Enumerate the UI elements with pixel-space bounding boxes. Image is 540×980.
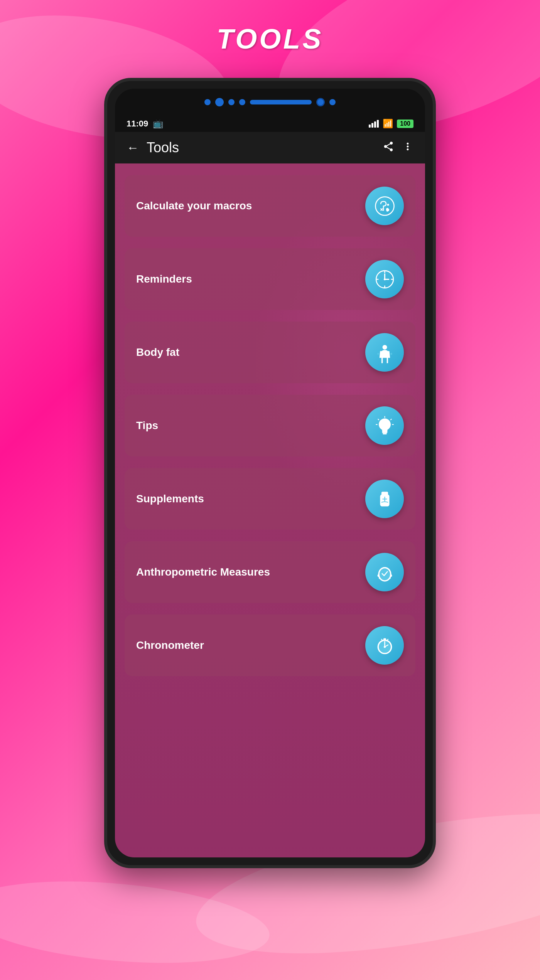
body-fat-label: Body fat <box>136 346 179 359</box>
menu-item-body-fat[interactable]: Body fat <box>125 322 415 383</box>
tips-icon-circle <box>365 406 404 445</box>
supplements-label: Supplements <box>136 493 204 505</box>
svg-point-31 <box>383 646 385 648</box>
menu-item-macros[interactable]: Calculate your macros <box>125 175 415 237</box>
signal-bar-2 <box>371 123 373 128</box>
menu-item-anthropometric[interactable]: Anthropometric Measures <box>125 541 415 603</box>
app-bar-icons <box>383 141 413 155</box>
status-right: 📶 100 <box>369 119 413 129</box>
phone-top <box>115 89 425 116</box>
reminders-icon-circle <box>365 260 404 298</box>
menu-item-reminders[interactable]: Reminders <box>125 248 415 310</box>
battery-indicator: 100 <box>397 120 413 128</box>
back-button[interactable]: ← <box>127 141 139 155</box>
time-display: 11:09 <box>127 119 148 129</box>
more-button[interactable] <box>402 141 413 155</box>
reminders-icon <box>374 269 395 290</box>
svg-point-5 <box>383 278 385 280</box>
svg-point-10 <box>382 345 387 349</box>
status-left: 11:09 📺 <box>127 119 163 129</box>
scale-icon <box>374 562 395 583</box>
macros-icon-circle <box>365 187 404 225</box>
speaker-bar <box>250 100 312 104</box>
wifi-icon: 📶 <box>383 119 393 129</box>
anthropometric-label: Anthropometric Measures <box>136 566 270 578</box>
app-bar: ← Tools <box>115 132 425 163</box>
svg-line-33 <box>387 639 388 640</box>
menu-item-chronometer[interactable]: Chronometer <box>125 615 415 676</box>
body-fat-icon-circle <box>365 333 404 372</box>
notification-icon: 📺 <box>153 119 163 129</box>
svg-rect-13 <box>382 431 387 433</box>
scale-icon-circle <box>365 553 404 591</box>
stopwatch-icon <box>374 635 395 656</box>
stopwatch-icon-circle <box>365 626 404 665</box>
macros-icon <box>374 195 395 217</box>
tips-label: Tips <box>136 419 158 432</box>
svg-rect-21 <box>381 492 388 495</box>
svg-rect-27 <box>383 638 386 640</box>
svg-rect-14 <box>383 433 386 434</box>
phone-wrapper: 11:09 📺 📶 100 ← Tools <box>104 78 436 868</box>
tips-icon <box>374 415 395 436</box>
svg-point-1 <box>387 204 389 205</box>
signal-bar-4 <box>377 120 379 128</box>
phone-content: Calculate your macros Reminders <box>115 163 425 857</box>
page-title: TOOLS <box>217 23 324 55</box>
dot-1 <box>204 99 211 105</box>
dot-5 <box>329 99 336 105</box>
chronometer-label: Chronometer <box>136 639 204 652</box>
reminders-label: Reminders <box>136 273 192 285</box>
svg-line-16 <box>390 419 391 420</box>
menu-item-supplements[interactable]: Supplements <box>125 468 415 530</box>
status-bar: 11:09 📺 📶 100 <box>115 116 425 132</box>
supplements-icon <box>374 488 395 510</box>
signal-bar-3 <box>374 121 376 128</box>
dot-4 <box>239 99 245 105</box>
body-fat-icon <box>374 342 395 363</box>
app-bar-title: Tools <box>147 140 375 156</box>
dot-2 <box>215 98 224 106</box>
camera <box>316 98 325 106</box>
supplements-icon-circle <box>365 480 404 518</box>
share-button[interactable] <box>383 141 394 155</box>
phone-frame: 11:09 📺 📶 100 ← Tools <box>104 78 436 868</box>
svg-line-18 <box>378 419 379 420</box>
signal-bar-1 <box>369 125 371 128</box>
menu-item-tips[interactable]: Tips <box>125 395 415 456</box>
signal-bars <box>369 120 379 128</box>
dot-3 <box>228 99 235 105</box>
svg-line-32 <box>381 639 382 640</box>
macros-label: Calculate your macros <box>136 200 252 212</box>
